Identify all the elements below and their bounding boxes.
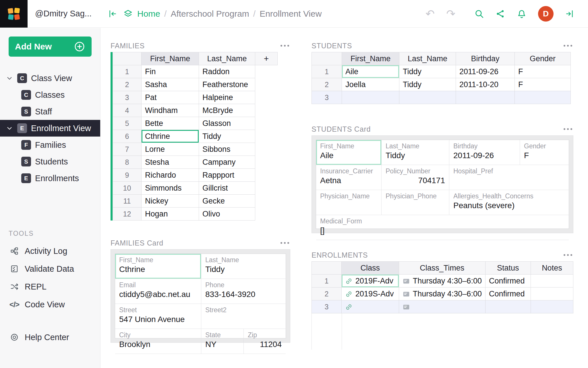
card-field-email[interactable]: Email ctiddy5@abc.net.au bbox=[115, 279, 201, 304]
card-field-first-name[interactable]: First_Name Aile bbox=[316, 140, 382, 165]
card-field-physician-name[interactable]: Physician_Name bbox=[316, 190, 382, 215]
cell-last-name[interactable]: Tiddy bbox=[399, 65, 456, 78]
cell-last-name[interactable]: Tiddy bbox=[199, 130, 255, 143]
cell-class-times[interactable]: Thursday 4:30–6:00 bbox=[399, 275, 485, 288]
app-logo[interactable] bbox=[0, 0, 28, 28]
cell-last-name[interactable]: McBryde bbox=[199, 104, 255, 117]
row-number[interactable]: 12 bbox=[113, 208, 142, 221]
cell-first-name[interactable]: Joella bbox=[342, 78, 399, 91]
cell-first-name[interactable] bbox=[342, 91, 399, 104]
undo-icon[interactable]: ↶ bbox=[425, 8, 435, 19]
cell-first-name[interactable]: Pat bbox=[142, 91, 199, 104]
row-number[interactable]: 4 bbox=[113, 104, 142, 117]
column-header-birthday[interactable]: Birthday bbox=[456, 52, 515, 65]
cell-first-name[interactable]: Richardo bbox=[142, 169, 199, 182]
cell-first-name[interactable]: Simmonds bbox=[142, 182, 199, 195]
column-header-last-name[interactable]: Last_Name bbox=[399, 52, 456, 65]
column-header-last-name[interactable]: Last_Name bbox=[199, 52, 255, 65]
row-number[interactable]: 2 bbox=[312, 78, 342, 91]
cell-last-name[interactable]: Featherstone bbox=[199, 78, 255, 91]
tool-validate-data[interactable]: Validate Data bbox=[0, 260, 100, 278]
column-header-first-name[interactable]: First_Name bbox=[342, 52, 399, 65]
row-number[interactable]: 8 bbox=[113, 156, 142, 169]
cell-class-times[interactable] bbox=[399, 300, 485, 313]
selected-cell-first-name[interactable]: Cthrine bbox=[142, 130, 199, 143]
row-number[interactable]: 1 bbox=[312, 275, 342, 288]
more-options-icon[interactable] bbox=[562, 126, 573, 132]
cell-first-name[interactable]: Hogan bbox=[142, 208, 199, 221]
cell-last-name[interactable]: Rappport bbox=[199, 169, 255, 182]
column-header-class-times[interactable]: Class_Times bbox=[399, 262, 485, 275]
column-header-first-name[interactable]: First_Name bbox=[142, 52, 199, 65]
sidebar-item-students[interactable]: S Students bbox=[0, 153, 100, 170]
help-center[interactable]: Help Center bbox=[0, 328, 100, 346]
row-number[interactable]: 11 bbox=[113, 195, 142, 208]
row-number[interactable]: 9 bbox=[113, 169, 142, 182]
cell-last-name[interactable]: Raddon bbox=[199, 65, 255, 78]
add-column-button[interactable]: + bbox=[255, 52, 278, 65]
row-number[interactable]: 10 bbox=[113, 182, 142, 195]
cell-class[interactable]: 2019S-Adv bbox=[341, 288, 399, 300]
cell-notes[interactable] bbox=[531, 300, 573, 313]
row-number[interactable]: 7 bbox=[113, 143, 142, 156]
cell-last-name[interactable]: Gecke bbox=[199, 195, 255, 208]
cell-last-name[interactable]: Glasson bbox=[199, 117, 255, 130]
row-number[interactable]: 1 bbox=[113, 65, 142, 78]
card-field-birthday[interactable]: Birthday 2011-09-26 bbox=[449, 140, 520, 165]
breadcrumb-page[interactable]: Enrollment View bbox=[260, 9, 322, 19]
card-field-phone[interactable]: Phone 833-164-3920 bbox=[201, 279, 286, 304]
card-field-gender[interactable]: Gender F bbox=[520, 140, 569, 165]
collapse-left-panel-icon[interactable] bbox=[108, 9, 117, 18]
card-field-allergies[interactable]: Allergies_Health_Concerns Peanuts (sever… bbox=[449, 190, 569, 215]
more-options-icon[interactable] bbox=[562, 252, 573, 258]
cell-first-name[interactable]: Bette bbox=[142, 117, 199, 130]
avatar[interactable]: D bbox=[538, 6, 554, 22]
card-field-first-name[interactable]: First_Name Cthrine bbox=[115, 254, 201, 279]
redo-icon[interactable]: ↷ bbox=[446, 8, 455, 19]
page-layers-icon[interactable] bbox=[123, 9, 133, 18]
selected-cell-class[interactable]: 2019F-Adv bbox=[341, 275, 399, 288]
card-field-state[interactable]: State NY bbox=[201, 329, 244, 354]
selected-cell-first-name[interactable]: Aile bbox=[342, 65, 399, 78]
chevron-down-icon[interactable] bbox=[6, 125, 13, 131]
row-number[interactable]: 3 bbox=[312, 91, 342, 104]
cell-gender[interactable]: F bbox=[515, 78, 571, 91]
cell-first-name[interactable]: Fin bbox=[142, 65, 199, 78]
cell-last-name[interactable] bbox=[399, 91, 456, 104]
card-field-hospital-pref[interactable]: Hospital_Pref bbox=[449, 165, 569, 190]
cell-class[interactable] bbox=[341, 300, 399, 313]
notifications-bell-icon[interactable] bbox=[517, 9, 527, 19]
card-field-insurance-carrier[interactable]: Insurance_Carrier Aetna bbox=[316, 165, 382, 190]
more-options-icon[interactable] bbox=[279, 43, 290, 49]
row-number[interactable]: 2 bbox=[113, 78, 142, 91]
cell-first-name[interactable]: Lorne bbox=[142, 143, 199, 156]
cell-notes[interactable] bbox=[531, 275, 573, 288]
cell-first-name[interactable]: Nickey bbox=[142, 195, 199, 208]
account-menu[interactable]: @Dmitry Sag... bbox=[28, 9, 100, 18]
search-icon[interactable] bbox=[474, 9, 484, 19]
tool-activity-log[interactable]: Activity Log bbox=[0, 242, 100, 260]
breadcrumb-home-link[interactable]: Home bbox=[137, 9, 160, 19]
tool-code-view[interactable]: </> Code View bbox=[0, 296, 100, 313]
row-number[interactable]: 2 bbox=[312, 288, 342, 300]
sidebar-item-class-view[interactable]: C Class View bbox=[0, 70, 100, 87]
card-field-zip[interactable]: Zip 11204 bbox=[244, 329, 286, 354]
column-header-class[interactable]: Class bbox=[341, 262, 399, 275]
cell-birthday[interactable]: 2011-09-26 bbox=[456, 65, 515, 78]
card-field-city[interactable]: City Brooklyn bbox=[115, 329, 201, 354]
cell-birthday[interactable] bbox=[456, 91, 515, 104]
corner-header[interactable] bbox=[113, 52, 142, 65]
cell-first-name[interactable]: Windham bbox=[142, 104, 199, 117]
collapse-right-panel-icon[interactable] bbox=[565, 9, 574, 18]
card-field-last-name[interactable]: Last_Name Tiddy bbox=[201, 254, 286, 279]
sidebar-item-classes[interactable]: C Classes bbox=[0, 87, 100, 103]
cell-status[interactable]: Confirmed bbox=[485, 288, 531, 300]
sidebar-item-families[interactable]: F Families bbox=[0, 137, 100, 153]
corner-header[interactable] bbox=[312, 262, 342, 275]
card-field-street2[interactable]: Street2 bbox=[201, 304, 286, 329]
cell-last-name[interactable]: Gillcrist bbox=[199, 182, 255, 195]
cell-class-times[interactable]: Thursday 4:30–6:00 bbox=[399, 288, 485, 300]
column-header-status[interactable]: Status bbox=[485, 262, 531, 275]
cell-last-name[interactable]: Halpeine bbox=[199, 91, 255, 104]
corner-header[interactable] bbox=[312, 52, 342, 65]
